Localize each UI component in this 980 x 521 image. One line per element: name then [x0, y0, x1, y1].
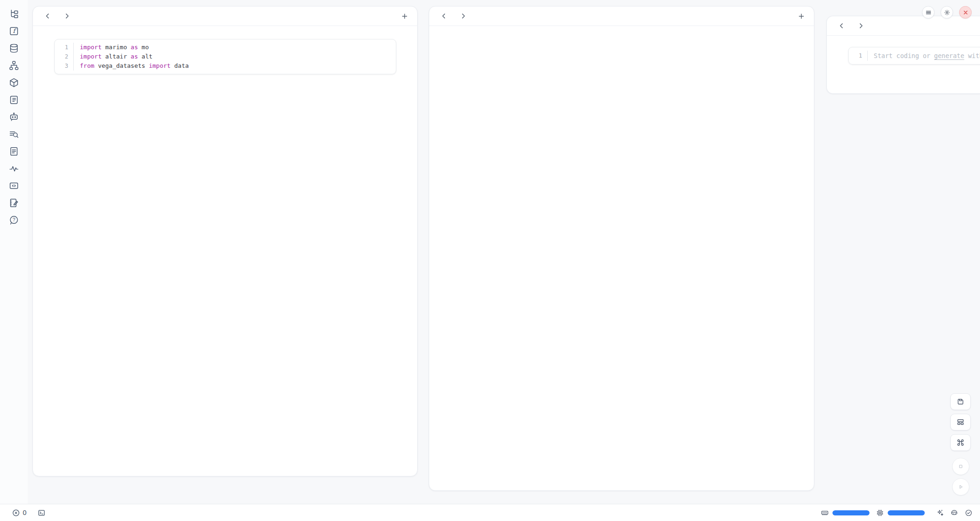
window-controls [922, 6, 972, 19]
stop-icon [957, 462, 965, 470]
chevron-left-icon[interactable] [41, 10, 53, 22]
rail-button-functions[interactable]: f [6, 26, 22, 36]
close-icon [962, 9, 969, 16]
menu-button[interactable] [922, 6, 935, 19]
middle-notebook-column [429, 6, 814, 491]
rail-button-documentation[interactable] [6, 146, 22, 156]
terminal-button[interactable] [38, 509, 45, 517]
layout-icon [956, 418, 965, 426]
dependencies-icon [9, 60, 19, 71]
code-cell-imports[interactable]: 1⌄import marimo as mo2⌄import altair as … [54, 39, 396, 74]
ai-chat-icon [9, 112, 19, 122]
right-panel-nav [827, 16, 980, 36]
gear-icon [944, 9, 950, 16]
stop-button[interactable] [952, 458, 969, 475]
cpu-usage-meter [888, 510, 925, 515]
documentation-icon [9, 146, 19, 156]
line-gutter: 3⌄ [55, 61, 73, 71]
play-icon [957, 483, 965, 491]
add-cell-button[interactable] [795, 10, 807, 22]
logs-icon [9, 95, 19, 105]
line-number: 1 [859, 51, 862, 61]
chevron-left-icon[interactable] [835, 20, 847, 32]
chevron-left-icon[interactable] [438, 10, 450, 22]
save-icon [956, 397, 965, 406]
terminal-icon [38, 509, 45, 517]
rail-button-tracing[interactable] [6, 163, 22, 174]
circle-x-icon [12, 509, 20, 517]
rail-button-file-explorer[interactable] [6, 8, 22, 19]
line-gutter: 2⌄ [55, 52, 73, 61]
ai-sparkles-icon[interactable] [936, 509, 944, 517]
error-indicator[interactable]: 0 [12, 509, 26, 517]
search-icon [9, 129, 19, 139]
ram-usage-meter [832, 510, 870, 515]
generate-with-ai-link[interactable]: generate [934, 52, 964, 59]
shutdown-button[interactable] [959, 6, 972, 19]
run-button[interactable] [952, 478, 969, 495]
rail-button-scratchpad[interactable] [6, 197, 22, 208]
functions-icon: f [9, 26, 19, 36]
svg-text:f: f [13, 27, 17, 34]
rail-button-snippets[interactable] [6, 180, 22, 191]
left-notebook-column: 1⌄import marimo as mo2⌄import altair as … [32, 6, 418, 476]
right-notebook-column: 1⌄ Start coding or generate with [826, 16, 980, 94]
rail-button-help[interactable]: ? [6, 215, 22, 225]
middle-panel-nav [429, 7, 814, 26]
left-panel-nav [33, 7, 417, 26]
rail-button-packages[interactable] [6, 77, 22, 88]
snippets-icon [9, 181, 19, 191]
code-placeholder[interactable]: Start coding or generate with [867, 51, 980, 61]
packages-icon [9, 78, 19, 88]
connection-status-icon[interactable] [965, 509, 973, 517]
command-icon [956, 438, 965, 447]
svg-text:?: ? [13, 217, 15, 222]
chevron-right-icon[interactable] [457, 10, 469, 22]
rail-button-logs[interactable] [6, 94, 22, 105]
layout-toggle-button[interactable] [950, 414, 971, 430]
cpu-icon [876, 509, 884, 517]
empty-code-cell[interactable]: 1⌄ Start coding or generate with [848, 47, 980, 65]
rail-button-ai-chat[interactable] [6, 111, 22, 122]
line-gutter: 1⌄ [55, 43, 73, 52]
menu-icon [925, 9, 932, 16]
code-editor[interactable]: 1⌄import marimo as mo2⌄import altair as … [55, 39, 396, 74]
rail-button-datasources[interactable] [6, 43, 22, 53]
copilot-icon[interactable] [950, 509, 958, 517]
help-icon: ? [9, 215, 19, 225]
scratchpad-icon [9, 198, 19, 208]
error-count: 0 [23, 509, 26, 516]
add-cell-button[interactable] [399, 10, 411, 22]
ram-icon [821, 509, 829, 517]
helper-panel-rail: f? [0, 0, 28, 504]
rail-button-search[interactable] [6, 129, 22, 139]
chevron-right-icon[interactable] [61, 10, 73, 22]
save-button[interactable] [950, 393, 971, 410]
tracing-icon [9, 163, 19, 174]
keyboard-shortcuts-button[interactable] [950, 434, 971, 451]
chevron-right-icon[interactable] [855, 20, 867, 32]
settings-button[interactable] [941, 6, 953, 19]
datasources-icon [9, 43, 19, 53]
floating-actions [950, 393, 971, 495]
rail-button-dependencies[interactable] [6, 60, 22, 71]
file-explorer-icon [9, 9, 19, 19]
status-bar: 0 [0, 504, 980, 521]
